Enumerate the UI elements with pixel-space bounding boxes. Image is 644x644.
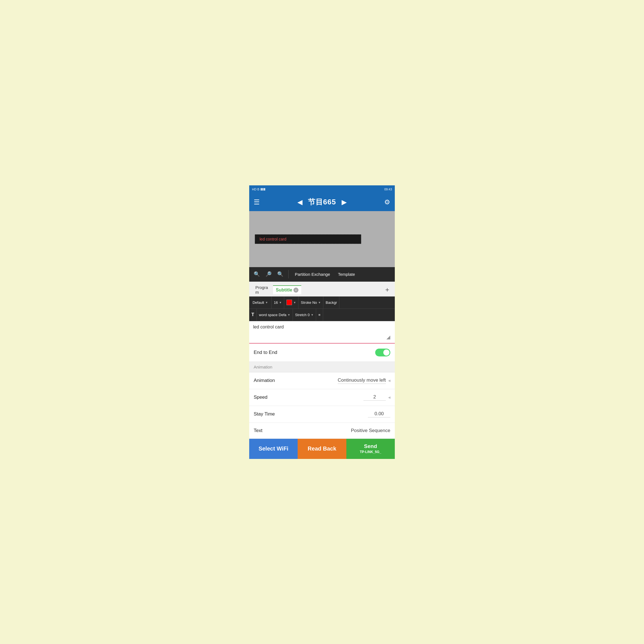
speed-row[interactable]: Speed 2 ◀ <box>249 389 395 406</box>
animation-caret: ◀ <box>388 379 390 382</box>
text-value[interactable]: Positive Sequence <box>351 428 390 433</box>
text-row[interactable]: Text Positive Sequence <box>249 423 395 439</box>
zoom-out-icon[interactable]: 🔍 <box>276 270 285 278</box>
animation-value[interactable]: Continuously move left ◀ <box>338 377 390 384</box>
toolbar-separator <box>288 270 289 278</box>
stay-time-text: 0.00 <box>368 411 390 417</box>
word-space-label: word space <box>259 313 277 317</box>
toolbar: 🔍 🔎 🔍 Partition Exchange Template <box>249 267 395 282</box>
stroke-caret: ▼ <box>318 301 321 304</box>
word-space-selector[interactable]: word space Defa ▼ <box>257 309 293 321</box>
text-label: Text <box>254 428 262 433</box>
bold-button[interactable]: T <box>249 309 257 321</box>
stay-time-label: Stay Time <box>254 411 275 417</box>
end-to-end-label: End to End <box>254 350 277 355</box>
settings-icon[interactable]: ⚙ <box>384 198 390 206</box>
font-selector[interactable]: Default ▼ <box>249 297 272 309</box>
status-bar: HD B ▮▮▮ 09:43 <box>249 185 395 193</box>
phone-container: HD B ▮▮▮ 09:43 ☰ ◀ 节目665 ▶ ⚙ led control… <box>249 185 395 459</box>
stretch-selector[interactable]: Stretch 0 ▼ <box>293 309 316 321</box>
preview-area: led control card <box>249 211 395 267</box>
animation-section-label: Animation <box>254 365 272 369</box>
send-label: Send <box>364 443 377 450</box>
font-label: Default <box>253 300 264 305</box>
nav-arrows: ◀ 节目665 ▶ <box>297 197 347 207</box>
text-edit-area[interactable]: led control card ◢ <box>249 321 395 344</box>
status-hdb: HD B <box>252 188 259 191</box>
settings-area: End to End Animation Animation Continuou… <box>249 344 395 439</box>
size-caret: ▼ <box>279 301 282 304</box>
align-icon: ≡ <box>318 313 321 317</box>
animation-label: Animation <box>254 378 275 383</box>
color-swatch <box>286 300 292 305</box>
tab-add-button[interactable]: + <box>383 285 391 295</box>
status-left: HD B ▮▮▮ <box>252 187 265 191</box>
tab-subtitle[interactable]: Subtitle × <box>273 285 301 294</box>
end-to-end-row: End to End <box>249 344 395 362</box>
menu-icon[interactable]: ☰ <box>254 198 260 206</box>
end-to-end-toggle[interactable] <box>375 349 390 356</box>
stroke-label: Stroke No <box>301 300 317 305</box>
format-toolbar: Default ▼ 16 ▼ ▼ Stroke No ▼ Backgr T <box>249 297 395 321</box>
text-edit-content[interactable]: led control card <box>253 325 391 330</box>
signal-icon: ▮▮▮ <box>260 187 265 191</box>
template-button[interactable]: Template <box>335 271 358 278</box>
next-icon[interactable]: ▶ <box>342 198 347 206</box>
bottom-buttons: Select WiFi Read Back Send TP-LINK_5G_ <box>249 439 395 459</box>
text-text: Positive Sequence <box>351 428 390 433</box>
stretch-value: 0 <box>308 313 310 317</box>
preview-text: led control card <box>260 237 286 241</box>
search-icon[interactable]: 🔍 <box>252 270 262 278</box>
send-button[interactable]: Send TP-LINK_5G_ <box>346 439 395 459</box>
stretch-caret: ▼ <box>311 313 314 316</box>
speed-caret: ◀ <box>388 396 390 399</box>
tab-program[interactable]: Progra m <box>253 283 271 296</box>
color-selector[interactable]: ▼ <box>284 297 298 309</box>
font-size-selector[interactable]: 16 ▼ <box>272 297 284 309</box>
top-nav: ☰ ◀ 节目665 ▶ ⚙ <box>249 193 395 211</box>
speed-text: 2 <box>363 394 386 401</box>
word-space-value: Defa <box>279 313 286 317</box>
read-back-button[interactable]: Read Back <box>298 439 346 459</box>
speed-value[interactable]: 2 ◀ <box>363 394 390 401</box>
partition-exchange-button[interactable]: Partition Exchange <box>292 271 333 278</box>
word-space-caret: ▼ <box>288 313 290 316</box>
format-row-1: Default ▼ 16 ▼ ▼ Stroke No ▼ Backgr <box>249 297 395 309</box>
background-selector[interactable]: Backgr <box>323 297 339 309</box>
stay-time-row[interactable]: Stay Time 0.00 <box>249 406 395 423</box>
animation-row[interactable]: Animation Continuously move left ◀ <box>249 372 395 389</box>
stay-time-value[interactable]: 0.00 <box>368 411 390 417</box>
format-row-2: T word space Defa ▼ Stretch 0 ▼ ≡ <box>249 309 395 321</box>
send-sub-label: TP-LINK_5G_ <box>360 450 381 454</box>
stroke-selector[interactable]: Stroke No ▼ <box>298 297 323 309</box>
select-wifi-button[interactable]: Select WiFi <box>249 439 298 459</box>
status-right: 09:43 <box>384 188 392 191</box>
animation-section-header: Animation <box>249 362 395 372</box>
speed-label: Speed <box>254 395 267 400</box>
bold-icon: T <box>251 312 254 317</box>
nav-title: 节目665 <box>308 197 336 207</box>
subtitle-label: Subtitle <box>276 288 292 293</box>
animation-text: Continuously move left <box>338 377 386 384</box>
prev-icon[interactable]: ◀ <box>297 198 302 206</box>
tab-close-button[interactable]: × <box>293 288 298 293</box>
background-label: Backgr <box>326 300 337 305</box>
font-size-value: 16 <box>274 300 278 305</box>
zoom-in-icon[interactable]: 🔎 <box>264 270 273 278</box>
cursor-icon: ◢ <box>386 334 390 340</box>
tab-area: Progra m Subtitle × + <box>249 282 395 297</box>
clock: 09:43 <box>384 188 392 191</box>
color-caret: ▼ <box>293 301 296 304</box>
align-button[interactable]: ≡ <box>316 309 323 321</box>
led-preview: led control card <box>255 234 361 244</box>
font-caret: ▼ <box>265 301 268 304</box>
stretch-label: Stretch <box>295 313 307 317</box>
